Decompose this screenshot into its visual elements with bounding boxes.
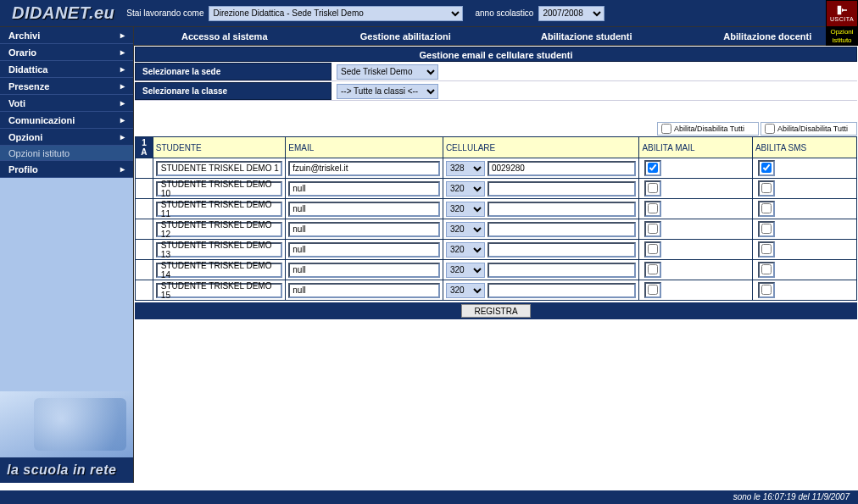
mail-enable-checkbox[interactable] bbox=[648, 163, 658, 173]
cell-number-input[interactable] bbox=[488, 181, 637, 197]
sms-enable-checkbox[interactable] bbox=[761, 264, 772, 274]
sms-enable-cell bbox=[752, 158, 856, 179]
tab-abilitazione-studenti[interactable]: Abilitazione studenti bbox=[496, 31, 677, 42]
cell-cell: 320 bbox=[443, 280, 639, 301]
table-row: STUDENTE TRISKEL DEMO 12320 bbox=[136, 219, 857, 240]
mail-enable-checkbox[interactable] bbox=[648, 264, 658, 274]
sidebar-item-opzioni[interactable]: Opzioni ▸ bbox=[0, 129, 133, 146]
table-row: STUDENTE TRISKEL DEMO 15320 bbox=[136, 280, 857, 301]
student-name: STUDENTE TRISKEL DEMO 14 bbox=[156, 263, 282, 278]
sede-select[interactable]: Sede Triskel Demo bbox=[337, 64, 438, 80]
sms-enable-cell bbox=[752, 219, 856, 240]
email-input[interactable] bbox=[288, 263, 440, 278]
sidebar-item-label: Voti bbox=[8, 98, 25, 108]
cell-number-input[interactable] bbox=[488, 283, 637, 298]
email-input[interactable] bbox=[288, 161, 440, 176]
sidebar: Archivi ▸ Orario ▸ Didattica ▸ Presenze … bbox=[0, 27, 134, 483]
toggle-all-mail[interactable]: Abilita/Disabilita Tutti bbox=[657, 122, 759, 136]
prefix-select[interactable]: 320 bbox=[446, 283, 485, 298]
toggle-all-row: Abilita/Disabilita Tutti Abilita/Disabil… bbox=[135, 121, 857, 136]
mail-enable-checkbox[interactable] bbox=[648, 285, 658, 295]
sidebar-item-voti[interactable]: Voti ▸ bbox=[0, 95, 133, 112]
email-input[interactable] bbox=[288, 242, 440, 258]
exit-icon bbox=[834, 4, 850, 16]
selector-classe-row: Selezionare la classe --> Tutte la class… bbox=[135, 82, 857, 101]
chevron-right-icon: ▸ bbox=[120, 64, 125, 74]
student-name: STUDENTE TRISKEL DEMO 10 bbox=[156, 181, 282, 197]
cell-cell: 320 bbox=[443, 199, 639, 219]
prefix-select[interactable]: 320 bbox=[446, 181, 485, 197]
sms-enable-checkbox[interactable] bbox=[761, 244, 772, 254]
email-input[interactable] bbox=[288, 283, 440, 298]
sms-enable-checkbox[interactable] bbox=[761, 285, 772, 295]
toggle-all-sms-checkbox[interactable] bbox=[765, 124, 775, 134]
cell-number-input[interactable] bbox=[488, 161, 637, 176]
cell-number-input[interactable] bbox=[488, 242, 637, 258]
sidebar-item-comunicazioni[interactable]: Comunicazioni ▸ bbox=[0, 112, 133, 129]
cell-number-input[interactable] bbox=[488, 222, 637, 237]
mail-enable-checkbox[interactable] bbox=[648, 203, 658, 213]
students-grid: 1 A STUDENTE EMAIL CELLULARE ABILITA MAI… bbox=[135, 136, 857, 301]
mail-enable-cell bbox=[639, 219, 752, 240]
sms-enable-checkbox[interactable] bbox=[761, 203, 772, 213]
prefix-select[interactable]: 320 bbox=[446, 263, 485, 278]
student-name: STUDENTE TRISKEL DEMO 13 bbox=[156, 242, 282, 258]
sidebar-item-presenze[interactable]: Presenze ▸ bbox=[0, 78, 133, 95]
chevron-right-icon: ▸ bbox=[120, 30, 125, 40]
col-cellulare: CELLULARE bbox=[443, 137, 639, 158]
sms-enable-cell bbox=[752, 280, 856, 301]
student-name-cell: STUDENTE TRISKEL DEMO 11 bbox=[153, 199, 285, 219]
working-as-label: Stai lavorando come bbox=[126, 8, 203, 18]
tab-gestione-abilitazioni[interactable]: Gestione abilitazioni bbox=[315, 31, 497, 42]
chevron-right-icon: ▸ bbox=[120, 164, 125, 174]
prefix-select[interactable]: 328 bbox=[446, 161, 485, 176]
email-input[interactable] bbox=[288, 222, 440, 237]
sidebar-item-orario[interactable]: Orario ▸ bbox=[0, 44, 133, 61]
row-corner bbox=[136, 179, 153, 199]
selector-classe-field: --> Tutte la classi <-- bbox=[332, 82, 857, 100]
classe-select[interactable]: --> Tutte la classi <-- bbox=[337, 84, 438, 99]
student-name-cell: STUDENTE TRISKEL DEMO 10 bbox=[153, 179, 285, 199]
chevron-right-icon: ▸ bbox=[120, 81, 125, 91]
student-name: STUDENTE TRISKEL DEMO 12 bbox=[156, 222, 282, 237]
prefix-select[interactable]: 320 bbox=[446, 242, 485, 258]
student-name-cell: STUDENTE TRISKEL DEMO 13 bbox=[153, 240, 285, 260]
prefix-select[interactable]: 320 bbox=[446, 202, 485, 217]
email-input[interactable] bbox=[288, 181, 440, 197]
sidebar-sub-opzioni-istituto[interactable]: Opzioni istituto bbox=[0, 146, 133, 161]
selector-sede-row: Selezionare la sede Sede Triskel Demo bbox=[135, 63, 857, 81]
cell-number-input[interactable] bbox=[488, 202, 637, 217]
tab-accesso[interactable]: Accesso al sistema bbox=[134, 31, 315, 42]
chevron-right-icon: ▸ bbox=[120, 98, 125, 108]
sidebar-item-label: Presenze bbox=[8, 81, 49, 91]
mail-enable-cell bbox=[639, 179, 752, 199]
cell-number-input[interactable] bbox=[488, 263, 637, 278]
sms-enable-cell bbox=[752, 199, 856, 219]
sms-enable-checkbox[interactable] bbox=[761, 163, 772, 173]
sidebar-item-archivi[interactable]: Archivi ▸ bbox=[0, 27, 133, 44]
sede-select-top[interactable]: Direzione Didattica - Sede Triskel Demo bbox=[209, 6, 463, 21]
prefix-select[interactable]: 320 bbox=[446, 222, 485, 237]
sms-enable-checkbox[interactable] bbox=[761, 224, 772, 234]
toggle-all-mail-checkbox[interactable] bbox=[661, 124, 671, 134]
sidebar-item-profilo[interactable]: Profilo ▸ bbox=[0, 161, 133, 178]
registra-button[interactable]: REGISTRA bbox=[461, 304, 530, 318]
sms-enable-checkbox[interactable] bbox=[761, 183, 772, 193]
mail-enable-checkbox[interactable] bbox=[648, 183, 658, 193]
year-select[interactable]: 2007/2008 bbox=[538, 6, 604, 21]
logout-label: USCITA bbox=[830, 16, 854, 22]
opzioni-istituto-corner[interactable]: Opzioni istituto bbox=[826, 27, 858, 46]
email-cell bbox=[286, 260, 443, 280]
mail-enable-checkbox[interactable] bbox=[648, 224, 658, 234]
sidebar-item-didattica[interactable]: Didattica ▸ bbox=[0, 61, 133, 78]
email-cell bbox=[286, 240, 443, 260]
toggle-all-sms[interactable]: Abilita/Disabilita Tutti bbox=[760, 122, 857, 136]
mail-enable-checkbox[interactable] bbox=[648, 244, 658, 254]
email-cell bbox=[286, 179, 443, 199]
logout-button[interactable]: USCITA bbox=[826, 0, 858, 27]
student-name-cell: STUDENTE TRISKEL DEMO 12 bbox=[153, 219, 285, 240]
toggle-all-sms-label: Abilita/Disabilita Tutti bbox=[777, 125, 848, 133]
sidebar-item-label: Comunicazioni bbox=[8, 115, 75, 125]
cell-cell: 320 bbox=[443, 179, 639, 199]
email-input[interactable] bbox=[288, 202, 440, 217]
